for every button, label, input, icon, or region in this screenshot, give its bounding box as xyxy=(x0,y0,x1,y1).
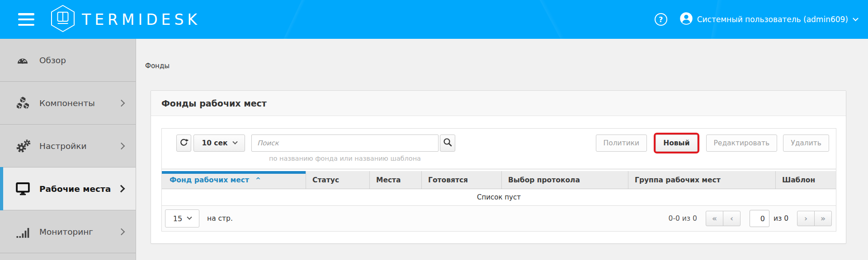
panel-title: Фонды рабочих мест xyxy=(161,98,267,108)
empty-list-text: Список пуст xyxy=(477,193,521,201)
column-label: Выбор протокола xyxy=(508,176,580,184)
help-button[interactable]: ? xyxy=(655,13,667,26)
sidebar-item-workplaces[interactable]: Рабочие места xyxy=(0,167,136,210)
search-input[interactable] xyxy=(251,135,439,152)
chevron-right-icon xyxy=(118,99,125,107)
settings-icon xyxy=(15,139,33,153)
column-header-seats[interactable]: Места xyxy=(370,171,422,189)
column-header-status[interactable]: Статус xyxy=(306,171,370,189)
sidebar-item-label: Настройки xyxy=(39,141,86,151)
per-page-label: на стр. xyxy=(207,206,233,231)
brand-text: TERMIDESK xyxy=(82,11,201,28)
first-page-button[interactable]: « xyxy=(706,211,723,226)
sidebar-item-label: Рабочие места xyxy=(39,184,111,194)
sidebar-item-label: Обзор xyxy=(39,56,66,65)
last-page-button[interactable]: » xyxy=(814,211,832,226)
sort-ascending-icon: ^ xyxy=(255,176,261,184)
column-header-group[interactable]: Группа рабочих мест xyxy=(628,171,776,189)
total-pages-label: из 0 xyxy=(774,214,788,223)
prev-page-button[interactable]: ‹ xyxy=(723,211,741,226)
chevron-right-icon xyxy=(118,228,125,235)
double-chevron-right-icon: » xyxy=(821,214,826,223)
search-hint: по названию фонда или названию шаблона xyxy=(251,155,439,162)
pagination: 0-0 из 0 « ‹ из 0 xyxy=(669,210,836,227)
main-area: Фонды Фонды рабочих мест xyxy=(136,39,868,260)
refresh-icon xyxy=(179,138,189,149)
sidebar-item-monitoring[interactable]: Мониторинг xyxy=(0,210,136,253)
column-label: Фонд рабочих мест xyxy=(170,176,249,184)
chevron-right-icon xyxy=(118,142,125,149)
chevron-right-icon xyxy=(118,185,125,193)
action-button-edit[interactable]: Редактировать xyxy=(706,135,778,152)
sidebar-item-label: Мониторинг xyxy=(39,227,93,237)
breadcrumb: Фонды xyxy=(145,62,170,70)
grid-footer: 15 на стр. 0-0 из 0 « ‹ xyxy=(162,205,836,231)
column-label: Готовятся xyxy=(428,176,468,184)
user-avatar-icon xyxy=(679,12,693,27)
action-buttons: ПолитикиНовыйРедактироватьУдалить xyxy=(596,135,829,152)
page-size-value: 15 xyxy=(173,214,182,223)
range-text: 0-0 из 0 xyxy=(669,214,697,223)
column-label: Шаблон xyxy=(782,176,815,184)
refresh-button[interactable] xyxy=(176,135,191,152)
top-bar: TERMIDESK ? Системный пользователь (admi… xyxy=(0,0,868,39)
menu-toggle-button[interactable] xyxy=(18,13,34,26)
dashboard-icon xyxy=(15,55,33,65)
search-icon xyxy=(443,137,453,149)
search-button[interactable] xyxy=(440,135,455,152)
column-header-pool[interactable]: Фонд рабочих мест^ xyxy=(162,171,306,189)
next-page-button[interactable]: › xyxy=(797,211,815,226)
chevron-down-icon xyxy=(853,15,859,21)
column-header-preparing[interactable]: Готовятся xyxy=(422,171,502,189)
action-button-new[interactable]: Новый xyxy=(656,135,697,152)
column-label: Места xyxy=(376,176,401,184)
workplaces-icon xyxy=(15,182,33,195)
sidebar-item-label: Компоненты xyxy=(39,98,95,108)
column-header-template[interactable]: Шаблон xyxy=(776,171,836,189)
column-label: Статус xyxy=(312,176,339,184)
table-empty-row: Список пуст xyxy=(162,189,836,205)
monitoring-icon xyxy=(15,225,33,238)
column-label: Группа рабочих мест xyxy=(635,176,721,184)
double-chevron-left-icon: « xyxy=(712,214,717,223)
refresh-interval-select[interactable]: 10 сек xyxy=(193,135,245,152)
chevron-down-icon xyxy=(187,215,192,220)
chevron-left-icon: ‹ xyxy=(730,214,733,223)
termidesk-logo: TERMIDESK xyxy=(50,5,201,34)
sidebar-item-overview[interactable]: Обзор xyxy=(0,39,136,82)
grid-widget: 10 сек по названию фонда или названию ша… xyxy=(161,128,836,232)
components-icon xyxy=(15,96,33,110)
user-name: Системный пользователь (admin609) xyxy=(697,15,848,24)
sidebar-item-settings[interactable]: Настройки xyxy=(0,125,136,167)
chevron-right-icon: › xyxy=(804,214,807,223)
page-number-input[interactable] xyxy=(750,210,769,227)
user-menu[interactable]: Системный пользователь (admin609) xyxy=(679,12,858,27)
panel-header: Фонды рабочих мест xyxy=(151,91,846,116)
action-button-delete[interactable]: Удалить xyxy=(783,135,829,152)
column-header-protocol[interactable]: Выбор протокола xyxy=(502,171,628,189)
pools-panel: Фонды рабочих мест 10 сек xyxy=(151,90,846,244)
action-button-policies[interactable]: Политики xyxy=(596,135,647,152)
question-icon: ? xyxy=(659,15,663,24)
pools-table: Фонд рабочих мест^СтатусМестаГотовятсяВы… xyxy=(162,169,836,205)
refresh-interval-value: 10 сек xyxy=(202,139,227,147)
sidebar-item-components[interactable]: Компоненты xyxy=(0,82,136,125)
chevron-down-icon xyxy=(232,139,237,144)
sidebar: ОбзорКомпонентыНастройкиРабочие местаМон… xyxy=(0,39,136,260)
page-size-select[interactable]: 15 xyxy=(165,209,199,228)
table-header-row: Фонд рабочих мест^СтатусМестаГотовятсяВы… xyxy=(162,171,836,189)
logo-hexagon-icon xyxy=(50,5,76,34)
